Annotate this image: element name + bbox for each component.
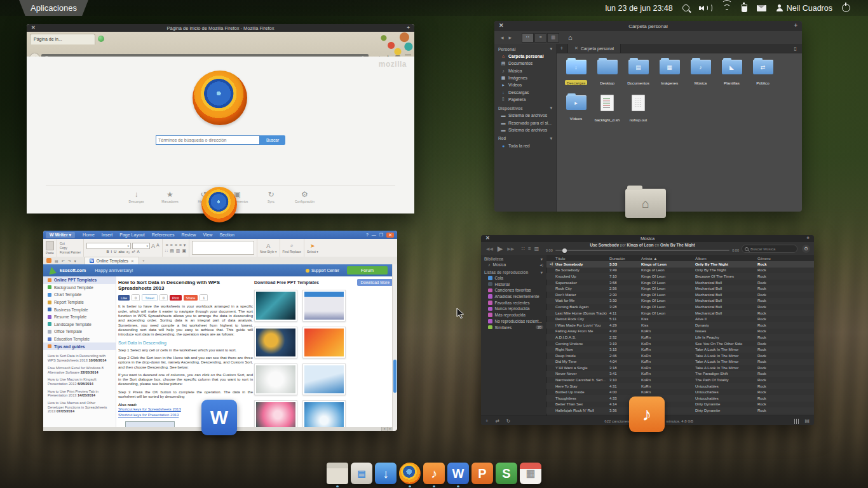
column-duration[interactable]: Duración — [609, 256, 641, 261]
menu-tab[interactable]: Insert — [102, 233, 113, 237]
cut-button[interactable]: Cut — [60, 241, 65, 245]
undo-icon[interactable]: ↶ — [62, 259, 65, 263]
track-row[interactable]: ◄) Knocked Up 7:10 Kings Of Leon Because… — [546, 273, 814, 280]
track-row[interactable]: ◄) Better Than Sex 4:14 Dirty Dynamite R… — [546, 402, 814, 408]
article-link[interactable]: How to Sort Data in Descending with WPS … — [43, 353, 116, 364]
template-thumbnail[interactable] — [302, 400, 346, 427]
font-family-select[interactable]: ▾ — [86, 243, 131, 249]
template-thumbnail[interactable] — [302, 363, 346, 395]
playlist-item[interactable]: Añadidas recientemente — [481, 294, 546, 300]
restore-icon[interactable]: ❐ — [379, 233, 383, 238]
sidebar-item[interactable]: ▸ Vídeos — [494, 81, 556, 88]
home-icon[interactable]: ⌂ — [568, 34, 573, 41]
track-row[interactable]: ◄) Supersoaker 3:58 Kings Of Leon Mechan… — [546, 280, 814, 286]
track-row[interactable]: ◄) Right Now 3:15 KoRn Take A Look In Th… — [546, 346, 814, 353]
article-link[interactable]: How to Use Print Preview Tab in Presenta… — [43, 388, 116, 399]
playlist-item[interactable]: Cola — [481, 275, 546, 281]
track-list[interactable]: ◄) Use Somebody 3:53 Kings of Leon Only … — [546, 261, 814, 416]
facebook-like-button[interactable]: Like — [118, 295, 130, 301]
column-artist[interactable]: Artista ▲ — [641, 256, 695, 261]
files-tab[interactable]: ✕ Carpeta personal — [567, 44, 621, 53]
indent-icon[interactable]: ▥ — [176, 248, 180, 254]
file-item[interactable]: ♪ Música — [685, 57, 716, 88]
tweet-button[interactable]: Tweet — [142, 294, 158, 301]
nav-item[interactable]: Online PPT Templates — [43, 276, 116, 284]
collapse-icon[interactable]: ▾ — [541, 257, 543, 261]
track-row[interactable]: ◄) Last Mile Home (Bonus Track) 4:11 Kin… — [546, 310, 814, 316]
track-row[interactable]: ◄) Here To Stay 4:31 KoRn Untouchables R… — [546, 383, 814, 390]
collapse-icon[interactable]: ▾ — [541, 270, 543, 274]
format-painter-button[interactable]: Format Painter — [60, 250, 81, 254]
menu-tab[interactable]: Review — [181, 233, 196, 237]
format-button[interactable]: U — [114, 250, 116, 254]
nav-item[interactable]: Resume Template — [43, 313, 116, 321]
playlist-item[interactable]: Canciones favoritas — [481, 287, 546, 294]
applications-menu[interactable]: Aplicaciones — [19, 0, 88, 16]
format-button[interactable]: x₂ — [126, 250, 130, 254]
tab-home[interactable]: Página de in... — [30, 34, 95, 44]
file-item[interactable]: nohup.out — [623, 92, 654, 125]
template-thumbnail[interactable] — [254, 327, 297, 358]
files-content[interactable]: ↓ Descargas Desktop ▤ Documentos — [557, 53, 802, 212]
column-genre[interactable]: Género — [757, 256, 814, 261]
menu-tab[interactable]: Page Layout — [119, 233, 144, 237]
scrollbar-thumb[interactable] — [393, 360, 397, 393]
track-row[interactable]: ◄) Rock City 2:56 Kings Of Leon Mechanic… — [546, 285, 814, 292]
article-link[interactable]: Free Microsoft Excel for Windows 8 Alter… — [43, 364, 116, 376]
collapse-icon[interactable]: ▾ — [550, 136, 552, 141]
trash-icon[interactable]: ▯ — [794, 46, 797, 51]
firefox-titlebar[interactable]: ✕ Página de inicio de Mozilla Firefox - … — [27, 24, 414, 32]
maximize-icon[interactable]: + — [794, 22, 797, 29]
user-menu[interactable]: Neil Cuadros — [776, 4, 832, 13]
list-view-icon[interactable]: ≡ — [534, 33, 546, 43]
back-icon[interactable]: ◂ — [501, 34, 504, 41]
select-button[interactable]: Select ▾ — [307, 250, 318, 254]
format-button[interactable]: abc — [118, 250, 125, 254]
playlist-item[interactable]: Nunca reproducida — [481, 306, 546, 312]
list-view-icon[interactable]: ≡ — [528, 246, 531, 252]
style-gallery[interactable] — [192, 241, 254, 255]
close-icon[interactable]: ✕ — [485, 235, 490, 241]
justify-icon[interactable]: ≡ — [179, 243, 182, 247]
file-item[interactable]: ↓ Descargas — [560, 57, 592, 88]
music-titlebar[interactable]: ✕ Música + — [481, 235, 814, 242]
new-tab-button[interactable] — [98, 36, 104, 42]
track-row[interactable]: ◄) Use Somebody 3:53 Kings of Leon Only … — [546, 261, 814, 268]
nav-item[interactable]: Business Template — [43, 306, 116, 313]
nav-item[interactable]: Office Template — [43, 328, 116, 336]
grid-view-icon[interactable]: ∷ — [522, 33, 534, 43]
grid-view-icon[interactable]: ∷ — [522, 246, 525, 252]
playlist-item[interactable]: Favoritas recientes — [481, 299, 546, 306]
nav-item[interactable]: Background Template — [43, 284, 116, 292]
sidebar-item[interactable]: ♪ Música — [494, 67, 556, 74]
dock-item[interactable]: ▦ — [520, 463, 541, 484]
nav-item[interactable]: Chart Template — [43, 291, 116, 299]
dropdown-icon[interactable]: ▾ — [74, 259, 76, 263]
shrink-font-icon[interactable]: A — [156, 243, 159, 249]
menu-tab[interactable]: References — [152, 233, 175, 237]
format-button[interactable]: I — [111, 250, 112, 254]
track-row[interactable]: ◄) Coming Undone 3:19 KoRn See You On Th… — [546, 341, 814, 347]
files-app-icon[interactable]: ⌂ — [625, 189, 666, 218]
wps-titlebar[interactable]: W Writer ▾ HomeInsertPage LayoutReferenc… — [43, 231, 397, 239]
sidebar-item[interactable]: ▦ Imágenes — [494, 74, 556, 81]
file-item[interactable]: ▸ Vídeos — [560, 92, 592, 125]
shading-icon[interactable]: ▣ — [182, 248, 186, 254]
mail-icon[interactable] — [757, 5, 766, 11]
collapse-icon[interactable]: ▾ — [550, 105, 552, 111]
dock-item[interactable]: ↓ — [375, 463, 397, 484]
new-doc-tab-icon[interactable]: + — [142, 259, 145, 262]
file-item[interactable]: ▤ Documentos — [623, 57, 654, 88]
template-thumbnail[interactable] — [302, 290, 346, 322]
queue-export-icon[interactable]: ▤ — [804, 418, 810, 424]
menu-tab[interactable]: Home — [83, 233, 95, 237]
close-icon[interactable]: ✕ — [31, 25, 36, 30]
track-row[interactable]: ◄) A.D.I.D.A.S. 2:32 KoRn Life Is Peachy… — [546, 334, 814, 341]
track-row[interactable]: ◄) Deep Inside 2:46 KoRn Take A Look In … — [546, 353, 814, 359]
column-view-icon[interactable]: ▥ — [534, 246, 539, 252]
maximize-icon[interactable]: + — [407, 25, 410, 30]
vertical-scrollbar[interactable] — [392, 264, 397, 427]
music-search-input[interactable]: Buscar Música — [742, 245, 797, 253]
find-replace-button[interactable]: Find Replace — [283, 250, 301, 254]
equalizer-icon[interactable] — [794, 419, 799, 424]
